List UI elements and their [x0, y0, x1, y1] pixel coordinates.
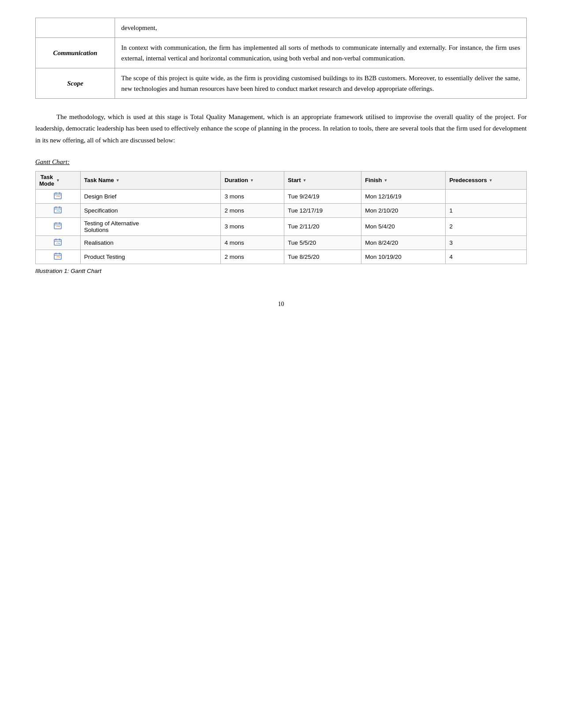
start-dropdown-icon[interactable]: ▼ — [303, 178, 307, 183]
task-mode-icon — [36, 217, 81, 235]
duration-cell: 4 mons — [221, 235, 284, 250]
communication-content: In context with communication, the firm … — [115, 38, 527, 68]
predecessors-cell: 4 — [446, 250, 527, 264]
body-paragraph: The methodology, which is used at this s… — [35, 111, 527, 146]
communication-label: Communication — [36, 38, 115, 68]
table-row-scope: Scope The scope of this project is quite… — [36, 68, 527, 99]
predecessors-cell: 2 — [446, 217, 527, 235]
gantt-header-row: TaskMode ▼ Task Name ▼ Duration ▼ Start — [36, 171, 527, 189]
task-name-cell: Testing of AlternativeSolutions — [80, 217, 221, 235]
task-mode-icon — [36, 189, 81, 203]
col-header-predecessors[interactable]: Predecessors ▼ — [446, 171, 527, 189]
duration-cell: 3 mons — [221, 189, 284, 203]
predecessors-cell — [446, 189, 527, 203]
table-row: Specification2 monsTue 12/17/19Mon 2/10/… — [36, 203, 527, 217]
task-name-cell: Product Testing — [80, 250, 221, 264]
scope-content: The scope of this project is quite wide,… — [115, 68, 527, 99]
predecessors-cell: 1 — [446, 203, 527, 217]
task-name-cell: Realisation — [80, 235, 221, 250]
col-header-task-mode[interactable]: TaskMode ▼ — [36, 171, 81, 189]
empty-label-cell — [36, 18, 115, 38]
col-header-start[interactable]: Start ▼ — [284, 171, 361, 189]
gantt-caption: Illustration 1: Gantt Chart — [35, 268, 527, 274]
predecessors-dropdown-icon[interactable]: ▼ — [489, 178, 493, 183]
page-number: 10 — [35, 301, 527, 308]
gantt-table: TaskMode ▼ Task Name ▼ Duration ▼ Start — [35, 171, 527, 264]
table-row: Realisation4 monsTue 5/5/20Mon 8/24/203 — [36, 235, 527, 250]
finish-cell: Mon 2/10/20 — [361, 203, 446, 217]
task-name-cell: Design Brief — [80, 189, 221, 203]
col-header-duration[interactable]: Duration ▼ — [221, 171, 284, 189]
task-name-cell: Specification — [80, 203, 221, 217]
finish-cell: Mon 5/4/20 — [361, 217, 446, 235]
task-mode-icon — [36, 203, 81, 217]
task-mode-icon — [36, 235, 81, 250]
task-name-dropdown-icon[interactable]: ▼ — [115, 178, 119, 183]
start-cell: Tue 2/11/20 — [284, 217, 361, 235]
start-cell: Tue 5/5/20 — [284, 235, 361, 250]
predecessors-cell: 3 — [446, 235, 527, 250]
task-mode-dropdown-icon[interactable]: ▼ — [56, 178, 60, 183]
finish-dropdown-icon[interactable]: ▼ — [383, 178, 387, 183]
task-mode-icon — [36, 250, 81, 264]
gantt-chart-heading: Gantt Chart: — [35, 158, 527, 166]
start-cell: Tue 9/24/19 — [284, 189, 361, 203]
table-row: Design Brief3 monsTue 9/24/19Mon 12/16/1… — [36, 189, 527, 203]
start-cell: Tue 12/17/19 — [284, 203, 361, 217]
scope-label: Scope — [36, 68, 115, 99]
table-row-development: development, — [36, 18, 527, 38]
svg-rect-15 — [54, 239, 61, 245]
duration-cell: 2 mons — [221, 203, 284, 217]
duration-cell: 2 mons — [221, 250, 284, 264]
svg-rect-5 — [54, 207, 61, 213]
col-header-task-name[interactable]: Task Name ▼ — [80, 171, 221, 189]
table-row-communication: Communication In context with communicat… — [36, 38, 527, 68]
duration-dropdown-icon[interactable]: ▼ — [250, 178, 254, 183]
start-cell: Tue 8/25/20 — [284, 250, 361, 264]
col-header-finish[interactable]: Finish ▼ — [361, 171, 446, 189]
development-content: development, — [115, 18, 527, 38]
duration-cell: 3 mons — [221, 217, 284, 235]
finish-cell: Mon 10/19/20 — [361, 250, 446, 264]
table-row: Product Testing2 monsTue 8/25/20Mon 10/1… — [36, 250, 527, 264]
finish-cell: Mon 8/24/20 — [361, 235, 446, 250]
content-table: development, Communication In context wi… — [35, 18, 527, 99]
table-row: Testing of AlternativeSolutions3 monsTue… — [36, 217, 527, 235]
finish-cell: Mon 12/16/19 — [361, 189, 446, 203]
